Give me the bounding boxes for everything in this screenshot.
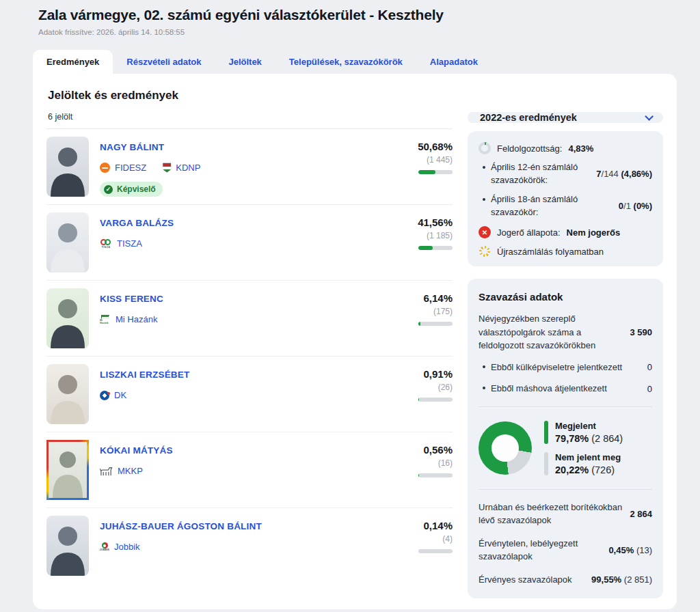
party-link-tisza[interactable]: TISZA TISZA <box>100 238 142 249</box>
vote-count: (16) <box>390 458 453 468</box>
candidates-section: Jelöltek és eredmények 6 jelölt NAGY BÁL… <box>46 87 453 593</box>
tab-alapadatok[interactable]: Alapadatok <box>416 50 492 74</box>
page-title: Zala vármegye, 02. számú egyéni választó… <box>38 7 677 23</box>
page-header: Zala vármegye, 02. számú egyéni választó… <box>0 0 700 36</box>
vote-progressbar <box>418 170 453 174</box>
party-link-dk[interactable]: DK <box>100 390 126 400</box>
registered-voters-row: Névjegyzékben szereplő választópolgárok … <box>479 312 652 352</box>
registered-sub-item: Ebből külképviseletre jelentkezett 0 <box>483 361 652 374</box>
voting-data-heading: Szavazási adatok <box>479 291 652 303</box>
vote-percent: 0,91% <box>390 368 453 380</box>
turnout-donut <box>479 421 532 475</box>
candidate-name-link[interactable]: KISS FERENC <box>100 294 163 304</box>
ballots-row: Érvényes szavazólapok 99,55% (2 851) <box>479 573 652 587</box>
registered-voters-label: Névjegyzékben szereplő választópolgárok … <box>479 312 623 352</box>
bullet-icon <box>483 365 485 368</box>
candidate-name-link[interactable]: LISZKAI ERZSÉBET <box>100 370 189 380</box>
candidate-photo[interactable] <box>46 516 89 576</box>
divider <box>479 489 652 490</box>
party-link-jobbik[interactable]: JOBBIK Jobbik <box>100 542 140 552</box>
bullet-icon <box>483 166 485 169</box>
vote-progressbar <box>418 246 453 250</box>
vote-percent: 0,56% <box>390 444 453 456</box>
elected-badge-label: Képviselő <box>117 184 156 194</box>
tab-bar: Eredmények Részvételi adatok Jelöltek Te… <box>33 50 677 74</box>
processing-status-panel: Feldolgozottság: 4,83% Április 12-én szá… <box>468 131 663 266</box>
divider <box>479 406 652 407</box>
party-link-fidesz[interactable]: FIDESZ <box>100 163 146 173</box>
party-link-mkkp[interactable]: MKKP <box>100 466 143 476</box>
candidate-row: JUHÁSZ-BAUER ÁGOSTON BÁLINT JOBBIK Jobbi… <box>46 508 453 583</box>
party-name: TISZA <box>117 238 142 249</box>
check-seal-icon: ✓ <box>104 185 113 194</box>
bullet-icon <box>483 198 485 201</box>
recount-status-line: Újraszámlálás folyamatban <box>479 246 652 257</box>
vote-progressbar <box>418 549 453 553</box>
candidate-row: VARGA BALÁZS TISZA TISZA 41,56% (1 185) <box>46 205 453 281</box>
item-value: 7/144 (4,86%) <box>596 169 652 179</box>
registered-voters-value: 3 590 <box>630 327 652 337</box>
mi-hazank-logo-icon: Mi Hazánk <box>100 315 111 324</box>
counting-stations-item: Április 18-án számláló szavazókör: 0/1 (… <box>483 193 652 219</box>
red-x-icon: ✕ <box>479 226 491 238</box>
candidate-photo[interactable] <box>46 212 89 273</box>
party-name: FIDESZ <box>115 163 146 173</box>
tisza-logo-icon: TISZA <box>100 238 112 249</box>
candidate-name-link[interactable]: NAGY BÁLINT <box>100 142 164 152</box>
legend-bar-gray <box>544 452 548 475</box>
jobbik-logo-icon: JOBBIK <box>100 542 109 552</box>
candidate-photo[interactable] <box>46 440 89 500</box>
vote-count: (1 445) <box>390 155 453 165</box>
party-link-kdnp[interactable]: KDNP <box>163 163 200 173</box>
tab-jeloltek[interactable]: Jelöltek <box>215 50 275 74</box>
processing-label: Feldolgozottság: <box>497 143 562 154</box>
candidate-name-link[interactable]: JUHÁSZ-BAUER ÁGOSTON BÁLINT <box>100 521 262 531</box>
ballots-value: 99,55% (2 851) <box>591 574 652 585</box>
party-name: Jobbik <box>114 542 140 552</box>
tab-telepulesek-szavazokorok[interactable]: Települések, szavazókörök <box>275 50 416 74</box>
vote-count: (175) <box>390 307 453 316</box>
candidate-photo[interactable] <box>46 364 89 424</box>
candidate-photo[interactable] <box>46 137 89 197</box>
chevron-down-icon <box>645 112 654 121</box>
legal-status-label: Jogerő állapota: <box>497 227 561 238</box>
candidate-count: 6 jelölt <box>48 112 453 122</box>
legal-status-value: Nem jogerős <box>567 227 621 238</box>
legend-bar-green <box>544 421 548 444</box>
party-link-mihazank[interactable]: Mi Hazánk Mi Hazánk <box>100 314 157 324</box>
legal-status-line: ✕ Jogerő állapota: Nem jogerős <box>479 226 652 238</box>
ballots-row: Érvénytelen, lebélyegzett szavazólapok 0… <box>479 537 652 564</box>
vote-percent: 0,14% <box>390 520 453 531</box>
ballots-label: Érvénytelen, lebélyegzett szavazólapok <box>479 537 602 564</box>
candidate-row: KISS FERENC Mi Hazánk Mi Hazánk 6,14% (1… <box>46 281 453 357</box>
candidate-row: NAGY BÁLINT FIDESZ KDNP ✓ Képviselő <box>46 129 453 205</box>
item-label: Április 12-én számláló szavazókörök: <box>491 161 591 187</box>
candidate-name-link[interactable]: VARGA BALÁZS <box>100 218 174 228</box>
item-value: 0/1 (0%) <box>619 201 652 211</box>
processing-donut-icon <box>479 142 491 154</box>
section-title: Jelöltek és eredmények <box>48 89 453 102</box>
ballots-label: Urnában és beérkezett borítékokban lévő … <box>479 501 623 527</box>
previous-results-dropdown[interactable]: 2022-es eredmények <box>468 112 663 123</box>
candidate-name-link[interactable]: KÓKAI MÁTYÁS <box>100 445 173 456</box>
bullet-icon <box>483 387 485 389</box>
candidate-photo[interactable] <box>46 288 89 348</box>
party-name: DK <box>114 390 126 400</box>
legend-absent: Nem jelent meg 20,22% (726) <box>544 452 623 475</box>
party-name: KDNP <box>176 163 200 173</box>
elected-badge: ✓ Képviselő <box>100 182 163 197</box>
ballots-row: Urnában és beérkezett borítékokban lévő … <box>479 501 652 527</box>
party-name: MKKP <box>118 466 143 476</box>
kdnp-logo-icon <box>163 163 171 173</box>
tab-eredmenyek[interactable]: Eredmények <box>33 50 113 74</box>
sub-item-value: 0 <box>647 384 652 394</box>
vote-count: (26) <box>390 382 453 392</box>
fidesz-logo-icon <box>100 163 110 173</box>
vote-percent: 41,56% <box>390 217 453 228</box>
sub-item-value: 0 <box>647 362 652 372</box>
vote-count: (1 185) <box>390 231 453 240</box>
candidate-row: LISZKAI ERZSÉBET DK 0,91% (26) <box>46 357 453 432</box>
registered-sub-item: Ebből máshova átjelentkezett 0 <box>483 382 652 395</box>
tab-reszveteli-adatok[interactable]: Részvételi adatok <box>113 50 215 74</box>
party-name: Mi Hazánk <box>116 314 157 324</box>
